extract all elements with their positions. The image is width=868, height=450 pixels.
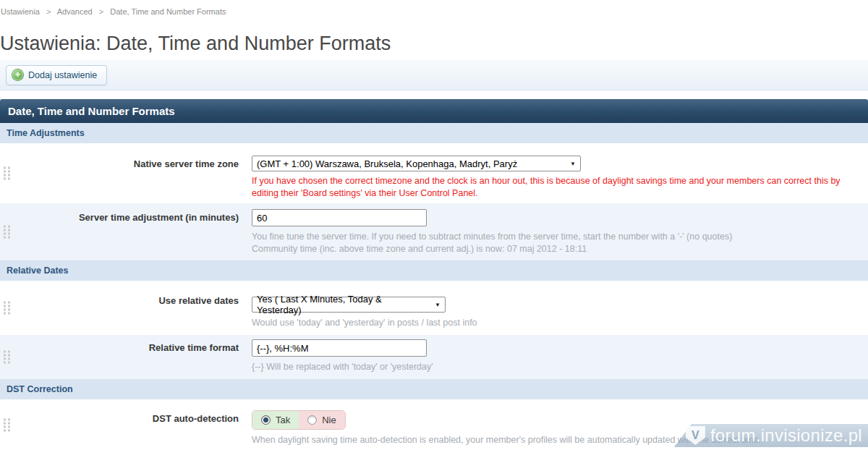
native-timezone-label: Native server time zone [0, 156, 239, 200]
dst-radio-group: Tak Nie [252, 410, 346, 430]
watermark: V forum.invisionize.pl [674, 424, 868, 447]
panel-header: Date, Time and Number Formats [0, 99, 868, 123]
setting-row-relative-time-format: Relative time format {--} Will be replac… [0, 335, 868, 379]
dst-radio-option-yes[interactable]: Tak [252, 411, 299, 429]
add-setting-label: Dodaj ustawienie [28, 70, 97, 80]
breadcrumb-separator: > [99, 7, 103, 16]
dst-yes-label: Tak [276, 415, 290, 425]
drag-handle-icon[interactable] [4, 166, 10, 180]
toolbar: + Dodaj ustawienie [0, 60, 868, 90]
use-relative-dates-value: Yes ( Last X Minutes, Today & Yesterday) [257, 294, 427, 315]
relative-time-format-help: {--} Will be replaced with 'today' or 'y… [252, 361, 868, 373]
drag-handle-icon[interactable] [4, 350, 10, 364]
breadcrumb: Ustawienia > Advanced > Date, Time and N… [0, 0, 868, 16]
relative-time-format-label: Relative time format [0, 339, 239, 373]
server-adjustment-help-2: Community time (inc. above time zone and… [252, 243, 868, 255]
native-timezone-value: (GMT + 1:00) Warszawa, Bruksela, Kopenha… [257, 158, 517, 169]
dst-auto-detection-label: DST auto-detection [0, 410, 239, 446]
watermark-text: forum.invisionize.pl [710, 425, 862, 446]
setting-row-use-relative-dates: Use relative dates Yes ( Last X Minutes,… [0, 281, 868, 335]
add-setting-button[interactable]: + Dodaj ustawienie [6, 65, 107, 85]
invisionize-v-icon: V [686, 426, 705, 445]
section-dst-correction: DST Correction [0, 379, 868, 399]
section-relative-dates: Relative Dates [0, 260, 868, 281]
timezone-warning-text: If you have chosen the correct timezone … [252, 175, 841, 200]
breadcrumb-item-advanced[interactable]: Advanced [57, 7, 93, 16]
drag-handle-icon[interactable] [4, 419, 10, 433]
use-relative-dates-select[interactable]: Yes ( Last X Minutes, Today & Yesterday)… [252, 297, 446, 313]
dst-no-label: Nie [322, 415, 336, 425]
relative-time-format-input[interactable] [252, 339, 427, 357]
radio-unselected-icon [307, 415, 317, 425]
server-adjustment-input[interactable] [252, 209, 427, 226]
server-adjustment-help-1: You fine tune the server time. If you ne… [252, 231, 868, 243]
chevron-down-icon: ▼ [435, 302, 441, 308]
breadcrumb-separator: > [46, 7, 51, 16]
setting-row-server-adjustment: Server time adjustment (in minutes) You … [0, 203, 868, 260]
breadcrumb-item-ustawienia[interactable]: Ustawienia [1, 7, 40, 16]
chevron-down-icon: ▼ [570, 161, 576, 167]
breadcrumb-item-current: Date, Time and Number Formats [110, 7, 226, 16]
page-title: Ustawienia: Date, Time and Number Format… [0, 32, 868, 55]
drag-handle-icon[interactable] [4, 225, 10, 239]
radio-selected-icon [261, 415, 271, 425]
drag-handle-icon[interactable] [4, 301, 10, 315]
setting-row-native-timezone: Native server time zone (GMT + 1:00) War… [0, 143, 868, 203]
section-time-adjustments: Time Adjustments [0, 123, 868, 143]
settings-page: Ustawienia > Advanced > Date, Time and N… [0, 0, 868, 450]
plus-circle-icon: + [12, 69, 23, 80]
settings-panel: Date, Time and Number Formats Time Adjus… [0, 99, 868, 450]
dst-radio-option-no[interactable]: Nie [299, 411, 345, 429]
use-relative-dates-label: Use relative dates [0, 292, 239, 329]
server-adjustment-label: Server time adjustment (in minutes) [0, 209, 239, 255]
use-relative-dates-help: Would use 'today' and 'yesterday' in pos… [252, 317, 868, 329]
native-timezone-select[interactable]: (GMT + 1:00) Warszawa, Bruksela, Kopenha… [252, 156, 581, 171]
